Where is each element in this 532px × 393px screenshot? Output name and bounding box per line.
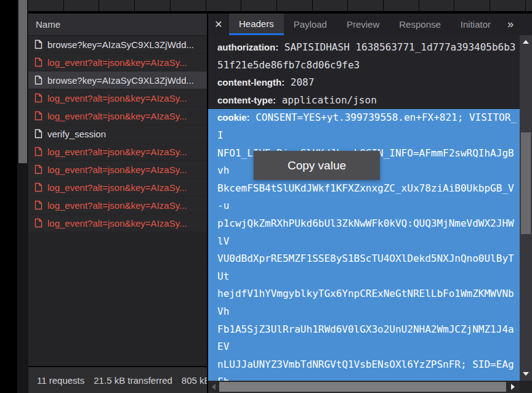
header-value: 2087	[291, 76, 315, 88]
file-icon	[34, 164, 42, 174]
request-row-label: log_event?alt=json&key=AIzaSy...	[47, 182, 187, 193]
request-row-label: log_event?alt=json&key=AIzaSy...	[47, 57, 187, 68]
header-name: cookie:	[217, 112, 250, 123]
copy-value-tooltip[interactable]: Copy value	[254, 151, 380, 180]
detail-tab-bar: ✕ Headers Payload Preview Response Initi…	[208, 14, 532, 35]
request-row-label: log_event?alt=json&key=AIzaSy...	[47, 93, 187, 103]
file-icon	[34, 200, 42, 210]
headers-content: authorization: SAPISIDHASH 1638563771_1d…	[208, 35, 520, 381]
request-row-label: browse?key=AIzaSyC9XL3ZjWdd...	[47, 39, 194, 50]
request-row[interactable]: log_event?alt=json&key=AIzaSy...	[28, 197, 207, 214]
request-row[interactable]: browse?key=AIzaSyC9XL3ZjWdd...	[28, 36, 207, 54]
tab-initiator[interactable]: Initiator	[451, 14, 501, 35]
scroll-left-icon[interactable]	[212, 384, 216, 390]
request-row-label: log_event?alt=json&key=AIzaSy...	[47, 111, 187, 121]
request-row[interactable]: log_event?alt=json&key=AIzaSy...	[28, 54, 207, 71]
file-icon	[34, 111, 42, 121]
request-row[interactable]: log_event?alt=json&key=AIzaSy...	[28, 179, 207, 197]
tab-headers[interactable]: Headers	[229, 14, 284, 35]
file-icon	[34, 75, 42, 85]
more-tabs-icon[interactable]: »	[507, 14, 514, 35]
network-status-bar: 11 requests 21.5 kB transferred 805 kB	[28, 366, 207, 393]
request-row-label: log_event?alt=json&key=AIzaSy...	[47, 147, 187, 157]
file-icon	[34, 129, 42, 139]
header-content-length: content-length: 2087	[217, 74, 517, 92]
vertical-scrollbar-thumb[interactable]	[521, 132, 531, 234]
scroll-up-icon[interactable]	[523, 40, 529, 44]
transferred-size: 21.5 kB transferred	[94, 375, 172, 386]
request-row[interactable]: verify_session	[28, 125, 207, 143]
resources-size: 805 kB	[182, 375, 207, 386]
header-authorization: authorization: SAPISIDHASH 1638563771_1d…	[217, 39, 517, 74]
request-row-selected[interactable]: browse?key=AIzaSyC9XL3ZjWdd...	[28, 71, 207, 89]
tab-response[interactable]: Response	[389, 14, 451, 35]
request-row[interactable]: log_event?alt=json&key=AIzaSy...	[28, 107, 207, 125]
devtools-network-panel: Name browse?key=AIzaSyC9XL3ZjWdd... log_…	[0, 0, 532, 393]
request-row[interactable]: log_event?alt=json&key=AIzaSy...	[28, 143, 207, 161]
file-icon	[34, 182, 42, 192]
request-list: browse?key=AIzaSyC9XL3ZjWdd... log_event…	[28, 36, 207, 232]
header-name: authorization:	[217, 42, 278, 52]
horizontal-scrollbar[interactable]	[208, 381, 520, 393]
header-value: application/json	[282, 94, 377, 106]
request-row[interactable]: log_event?alt=json&key=AIzaSy...	[28, 161, 207, 179]
request-count: 11 requests	[37, 375, 84, 386]
request-row-label: browse?key=AIzaSyC9XL3ZjWdd...	[47, 75, 194, 86]
request-list-panel: Name browse?key=AIzaSyC9XL3ZjWdd... log_…	[28, 14, 207, 393]
file-icon	[34, 147, 42, 156]
close-icon[interactable]: ✕	[208, 14, 229, 35]
file-icon	[34, 57, 42, 67]
file-icon	[34, 218, 42, 228]
header-cookie-selected[interactable]: cookie: CONSENT=YES+yt.399739558.en+FX+8…	[208, 109, 520, 381]
file-icon	[34, 39, 42, 49]
scrollbar-corner	[520, 381, 532, 393]
left-edge-scrollbar-thumb[interactable]	[18, 0, 27, 163]
header-name: content-type:	[217, 95, 276, 105]
request-row[interactable]: log_event?alt=json&key=AIzaSy...	[28, 214, 207, 232]
horizontal-scrollbar-thumb[interactable]	[219, 382, 506, 392]
tab-preview[interactable]: Preview	[337, 14, 389, 35]
request-row-label: log_event?alt=json&key=AIzaSy...	[47, 218, 187, 229]
request-row[interactable]: log_event?alt=json&key=AIzaSy...	[28, 89, 207, 107]
request-row-label: log_event?alt=json&key=AIzaSy...	[47, 164, 187, 175]
scroll-down-icon[interactable]	[523, 372, 529, 376]
network-overview-strip	[28, 0, 532, 11]
file-icon	[34, 93, 42, 103]
vertical-scrollbar[interactable]	[520, 35, 532, 381]
header-name: content-length:	[217, 77, 284, 87]
request-row-label: log_event?alt=json&key=AIzaSy...	[47, 200, 187, 211]
left-edge-scrollbar[interactable]	[17, 0, 28, 393]
request-detail-panel: ✕ Headers Payload Preview Response Initi…	[208, 14, 532, 393]
tab-payload[interactable]: Payload	[284, 14, 337, 35]
request-row-label: verify_session	[47, 129, 106, 139]
scroll-right-icon[interactable]	[511, 384, 515, 390]
header-content-type: content-type: application/json	[217, 92, 517, 110]
name-column-header[interactable]: Name	[28, 14, 207, 36]
